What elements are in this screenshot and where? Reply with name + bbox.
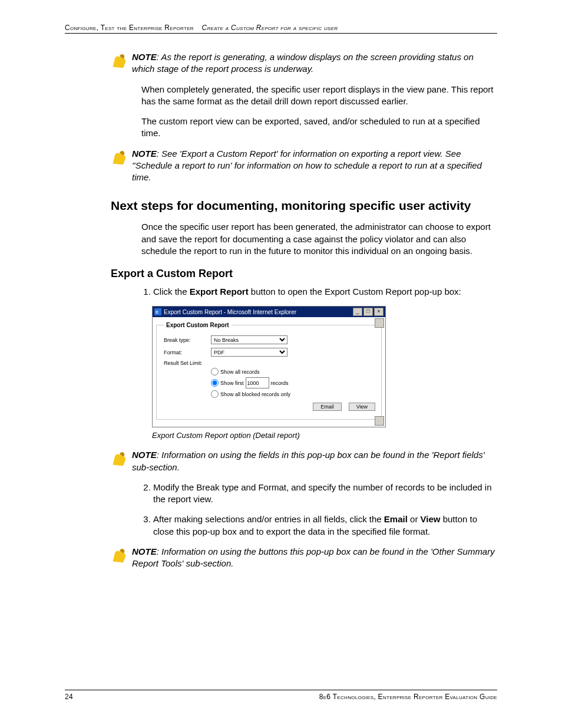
ie-icon: e [154,308,161,315]
step-3-bold-1: Email [384,514,408,524]
label-format: Format: [164,350,211,355]
export-custom-report-popup: e Export Custom Report - Microsoft Inter… [152,306,386,427]
email-button[interactable]: Email [313,403,342,411]
radio-show-first-label-a: Show first [220,380,244,386]
close-button[interactable]: × [374,308,384,316]
radio-show-all-label: Show all records [220,369,260,375]
popup-title: Export Custom Report - Microsoft Interne… [164,309,296,315]
step-3-mid: or [408,514,421,524]
select-format[interactable]: PDF [211,348,287,357]
scroll-up-icon[interactable] [375,318,384,328]
radio-show-all-input[interactable] [211,368,219,375]
header-section-1: Configure, Test the Enterprise Reporter [65,24,194,32]
note-icon [111,52,128,71]
radio-show-first[interactable]: Show first records [211,377,375,388]
note-3: NOTE: Information on using the fields in… [132,449,497,473]
label-result-limit: Result Set Limit: [164,360,211,366]
radio-show-first-input[interactable] [211,379,219,387]
note-1: NOTE: As the report is generating, a win… [132,51,497,75]
maximize-button[interactable]: □ [363,308,373,316]
popup-caption: Export Custom Report option (Detail repo… [152,431,497,440]
label-break-type: Break type: [164,337,211,343]
minimize-button[interactable]: _ [353,308,362,316]
step-2: Modify the Break type and Format, and sp… [153,482,497,506]
header-section-2: Create a Custom Report for a specific us… [202,24,338,32]
select-break-type[interactable]: No Breaks [211,335,287,344]
view-button[interactable]: View [349,403,375,411]
radio-show-blocked-input[interactable] [211,390,219,398]
step-1-pre: Click the [153,286,190,297]
popup-titlebar: e Export Custom Report - Microsoft Inter… [153,307,385,317]
body-para-1: When completely generated, the specific … [141,84,497,108]
step-1-post: button to open the Export Custom Report … [249,286,461,297]
footer-text: 8e6 Technologies, Enterprise Reporter Ev… [319,693,497,701]
page-number: 24 [65,693,73,701]
scroll-down-icon[interactable] [375,416,384,426]
step-3: After making selections and/or entries i… [153,513,497,538]
svg-text:e: e [156,309,158,315]
step-3-bold-2: View [421,514,441,524]
step-1-bold: Export Report [190,286,249,297]
radio-show-first-label-b: records [271,380,289,386]
step-3-pre: After making selections and/or entries i… [153,514,384,524]
radio-show-blocked[interactable]: Show all blocked records only [211,390,375,398]
note-icon [111,450,128,469]
heading-export: Export a Custom Report [111,268,497,280]
popup-legend: Export Custom Report [164,322,232,328]
running-header: Configure, Test the Enterprise Reporter … [65,24,497,34]
radio-show-all[interactable]: Show all records [211,368,375,375]
body-para-2: The custom report view can be exported, … [141,116,497,140]
note-2: NOTE: See 'Export a Custom Report' for i… [132,148,497,184]
note-4: NOTE: Information on using the buttons t… [132,546,497,570]
input-show-first-count[interactable] [246,377,269,388]
note-icon [111,547,128,565]
heading-next-steps: Next steps for documenting, monitoring s… [111,199,497,213]
radio-show-blocked-label: Show all blocked records only [220,391,290,397]
note-icon [111,149,128,167]
body-para-3: Once the specific user report has been g… [141,221,497,257]
step-1: Click the Export Report button to open t… [153,286,497,298]
